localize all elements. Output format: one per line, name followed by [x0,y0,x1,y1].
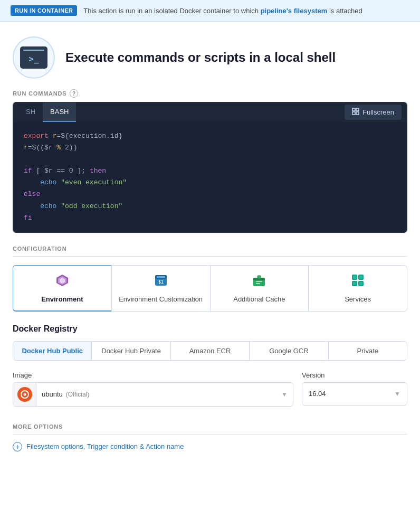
tab-environment-label: Environment [41,295,83,303]
registry-tab-docker-hub-private[interactable]: Docker Hub Private [92,342,170,360]
env-customization-icon: $1 [154,273,168,291]
image-value: ubuntu [42,390,63,398]
help-icon[interactable]: ? [70,89,78,98]
fullscreen-button[interactable]: Fullscreen [345,105,402,120]
svg-rect-22 [353,282,356,285]
image-field-group: Image ubuntu (Official) ▼ [13,371,293,407]
tab-additional-cache[interactable]: Additional Cache [210,265,309,312]
svg-rect-9 [157,276,165,278]
svg-rect-3 [356,112,359,115]
run-in-container-badge: RUN IN CONTAINER [11,5,77,16]
plus-icon: + [13,442,22,451]
more-options-link-text: Filesystem options, Trigger condition & … [26,442,184,450]
code-editor: SH BASH Fullscreen export r=${execution.… [13,102,407,233]
fullscreen-icon [352,108,359,117]
ubuntu-inner-circle [21,390,29,399]
svg-rect-21 [359,276,362,279]
additional-cache-icon [252,273,266,291]
more-options-section: MORE OPTIONS + Filesystem options, Trigg… [0,423,420,451]
tab-bash[interactable]: BASH [43,102,76,122]
svg-rect-15 [256,283,260,284]
svg-rect-20 [353,276,356,279]
more-options-link[interactable]: + Filesystem options, Trigger condition … [13,442,407,451]
registry-tab-amazon-ecr[interactable]: Amazon ECR [171,342,250,360]
version-field-label: Version [302,371,407,379]
svg-rect-14 [256,281,262,282]
docker-registry-title: Docker Registry [13,324,407,334]
tab-sh[interactable]: SH [18,102,43,122]
tab-environment[interactable]: Environment [13,265,111,312]
image-field-label: Image [13,371,293,379]
image-dropdown-arrow[interactable]: ▼ [276,391,293,398]
registry-tab-docker-hub-public[interactable]: Docker Hub Public [13,342,92,360]
configuration-label: CONFIGURATION [13,246,407,257]
svg-rect-0 [352,108,355,111]
code-tabs-left: SH BASH [18,102,76,122]
ubuntu-logo [17,387,32,402]
app-icon-inner: >_ [20,46,47,69]
version-value: 16.04 [309,390,326,398]
ubuntu-icon-wrap [13,383,36,406]
terminal-icon: >_ [28,54,39,64]
registry-tab-private[interactable]: Private [329,342,407,360]
svg-rect-23 [359,282,362,285]
code-editor-tabs: SH BASH Fullscreen [13,102,407,122]
docker-registry-section: Docker Registry Docker Hub Public Docker… [0,324,420,407]
image-select[interactable]: ubuntu (Official) ▼ [13,382,293,407]
fullscreen-label: Fullscreen [362,108,394,116]
tab-env-customization[interactable]: $1 Environment Customization [111,265,210,312]
banner-text: This action is run in an isolated Docker… [83,7,362,15]
top-banner: RUN IN CONTAINER This action is run in a… [0,0,420,22]
svg-rect-13 [257,276,261,279]
environment-icon [55,273,70,291]
version-field-group: Version 16.04 ▼ [302,371,407,406]
configuration-section: CONFIGURATION Environment $1 [0,246,420,312]
page-title: Execute commands or scripts in a local s… [65,50,336,65]
code-body[interactable]: export r=${execution.id} r=$(($r % 2)) i… [13,122,407,232]
svg-rect-2 [352,112,355,115]
tab-services[interactable]: Services [308,265,407,312]
pipeline-filesystem-link[interactable]: pipeline's filesystem [261,7,328,15]
image-official-label: (Official) [66,391,89,398]
image-version-row: Image ubuntu (Official) ▼ Version 16.04 … [13,371,407,407]
run-commands-label: RUN COMMANDS ? [0,89,420,98]
tab-additional-cache-label: Additional Cache [233,295,285,303]
registry-tab-google-gcr[interactable]: Google GCR [250,342,328,360]
more-options-label: MORE OPTIONS [13,423,407,435]
services-icon [350,273,365,291]
header-section: >_ Execute commands or scripts in a loca… [0,22,420,89]
version-select[interactable]: 16.04 ▼ [302,382,407,406]
svg-text:$1: $1 [158,280,164,285]
svg-rect-1 [356,108,359,111]
tab-services-label: Services [345,295,371,303]
configuration-tabs: Environment $1 Environment Customization [13,265,407,312]
image-select-inner: ubuntu (Official) [36,383,276,406]
app-icon: >_ [13,36,55,79]
tab-env-customization-label: Environment Customization [119,295,203,303]
version-dropdown-arrow[interactable]: ▼ [394,390,400,398]
registry-tabs: Docker Hub Public Docker Hub Private Ama… [13,341,407,361]
